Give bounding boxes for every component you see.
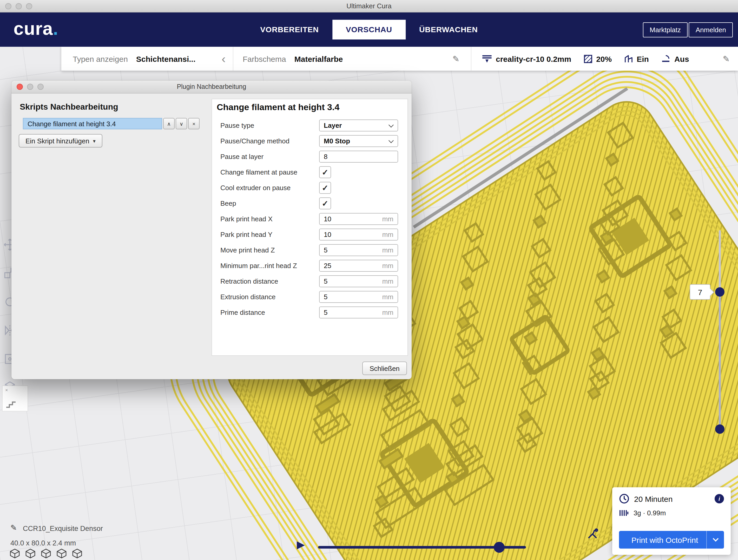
view-type-section[interactable]: Typen anzeigen Schichtenansi... ‹ <box>61 47 233 71</box>
layer-slider-top-handle[interactable] <box>715 287 724 297</box>
print-with-octoprint-button[interactable]: Print with OctoPrint <box>619 531 724 549</box>
change-filament-at-pause-checkbox[interactable]: ✓ <box>319 166 331 178</box>
retraction-distance-input[interactable]: 5mm <box>319 275 398 287</box>
setting-row-park-print-head-x: Park print head X10mm <box>212 211 407 227</box>
add-script-button[interactable]: Ein Skript hinzufügen ▾ <box>19 134 102 147</box>
extrusion-distance-input[interactable]: 5mm <box>319 291 398 303</box>
minimum-par-rint-head-z-input[interactable]: 25mm <box>319 260 398 272</box>
pause-change-method-select[interactable]: M0 Stop <box>319 135 398 147</box>
layer-slider-range[interactable] <box>719 292 721 429</box>
selected-script-item[interactable]: Change filament at height 3.4 <box>23 118 162 129</box>
setting-row-pause-at-layer: Pause at layer8 <box>212 149 407 165</box>
edit-icon[interactable]: ✎ <box>723 54 730 64</box>
setting-label: Retraction distance <box>220 277 278 285</box>
window-titlebar[interactable]: Ultimaker Cura <box>0 0 738 12</box>
scripts-heading: Skripts Nachbearbeitung <box>20 102 118 112</box>
object-list-item-icon[interactable] <box>72 549 83 558</box>
post-processing-dialog: Plugin Nachbearbeitung Skripts Nachbearb… <box>11 80 412 379</box>
dialog-close-action-button[interactable]: Schließen <box>362 362 407 375</box>
play-button[interactable]: ▶ <box>297 538 305 551</box>
cool-extruder-on-pause-checkbox[interactable]: ✓ <box>319 182 331 194</box>
setting-label: Move print head Z <box>220 246 275 254</box>
marketplace-button[interactable]: Marktplatz <box>643 22 688 37</box>
dialog-titlebar[interactable]: Plugin Nachbearbeitung <box>11 80 412 93</box>
move-script-down-button[interactable]: ∨ <box>176 118 187 129</box>
material-usage: 3g · 0.99m <box>634 509 666 517</box>
beep-checkbox[interactable]: ✓ <box>319 197 331 209</box>
unit-label: mm <box>382 231 393 238</box>
chevron-down-icon <box>388 122 394 127</box>
setting-label: Pause/Change method <box>220 137 290 145</box>
print-settings-section[interactable]: creality-cr-10 0.2mm 20% Ein Aus ✎ <box>471 47 738 71</box>
edit-model-name-icon[interactable]: ✎ <box>10 523 17 532</box>
move-script-up-button[interactable]: ∧ <box>163 118 174 129</box>
script-settings-heading: Change filament at height 3.4 <box>217 102 339 113</box>
adhesion-setting[interactable]: Aus <box>661 54 689 63</box>
view-type-label: Typen anzeigen <box>73 54 128 63</box>
support-setting[interactable]: Ein <box>624 54 649 63</box>
minimize-window-button[interactable] <box>16 3 22 9</box>
tools-icon[interactable] <box>587 528 599 542</box>
stairs-icon <box>5 400 17 408</box>
stage-tabs: VORBEREITENVORSCHAUÜBERWACHEN <box>247 20 491 39</box>
info-icon[interactable]: i <box>715 494 724 503</box>
tab-vorbereiten[interactable]: VORBEREITEN <box>247 20 332 39</box>
material-icon <box>619 509 628 517</box>
prime-distance-input[interactable]: 5mm <box>319 307 398 319</box>
setting-row-move-print-head-z: Move print head Z5mm <box>212 242 407 258</box>
setting-label: Minimum par...rint head Z <box>220 262 297 269</box>
printer-profile[interactable]: creality-cr-10 0.2mm <box>482 54 571 63</box>
cura-app-window: × 7 ▶ ✎ CCR10_Exquisite Densor 40.0 x 80… <box>0 0 738 560</box>
view-settings-toolbar: Typen anzeigen Schichtenansi... ‹ Farbsc… <box>61 47 738 71</box>
close-window-button[interactable] <box>5 3 11 9</box>
setting-row-prime-distance: Prime distance5mm <box>212 305 407 321</box>
close-icon: × <box>5 388 8 393</box>
print-info-card: 20 Minuten i 3g · 0.99m Print with OctoP… <box>612 487 731 555</box>
setting-label: Prime distance <box>220 309 265 317</box>
pause-at-layer-input[interactable]: 8 <box>319 151 398 163</box>
setting-label: Pause type <box>220 121 254 129</box>
object-list-item-icon[interactable] <box>41 549 51 558</box>
layer-slider-bottom-handle[interactable] <box>715 424 724 434</box>
park-print-head-x-input[interactable]: 10mm <box>319 213 398 225</box>
tab-vorschau[interactable]: VORSCHAU <box>332 20 406 39</box>
window-title: Ultimaker Cura <box>346 2 391 10</box>
edit-icon[interactable]: ✎ <box>452 54 459 64</box>
color-scheme-value[interactable]: Materialfarbe <box>294 54 343 63</box>
object-list-item-icon[interactable] <box>9 549 20 558</box>
pause-type-select[interactable]: Layer <box>319 119 398 131</box>
infill-setting[interactable]: 20% <box>584 54 612 63</box>
remove-script-button[interactable]: × <box>188 118 200 129</box>
unit-label: mm <box>382 246 393 254</box>
nozzle-icon <box>482 54 492 63</box>
setting-label: Pause at layer <box>220 153 264 160</box>
collapse-icon[interactable]: ‹ <box>222 53 226 64</box>
layer-number-flag: 7 <box>690 284 710 300</box>
park-print-head-y-input[interactable]: 10mm <box>319 228 398 240</box>
dialog-title: Plugin Nachbearbeitung <box>177 83 246 90</box>
print-button-label: Print with OctoPrint <box>632 535 698 544</box>
setting-row-cool-extruder-on-pause: Cool extruder on pause✓ <box>212 180 407 196</box>
dialog-minimize-button[interactable] <box>27 84 33 90</box>
dialog-zoom-button[interactable] <box>37 84 44 90</box>
color-scheme-section[interactable]: Farbschema Materialfarbe ✎ <box>233 47 471 71</box>
main-header: cura. VORBEREITENVORSCHAUÜBERWACHEN Mark… <box>0 12 738 47</box>
sign-in-button[interactable]: Anmelden <box>689 22 733 37</box>
tab-überwachen[interactable]: ÜBERWACHEN <box>406 20 491 39</box>
move-print-head-z-input[interactable]: 5mm <box>319 244 398 256</box>
object-list <box>9 549 83 558</box>
zoom-window-button[interactable] <box>26 3 32 9</box>
object-list-item-icon[interactable] <box>56 549 67 558</box>
object-list-item-icon[interactable] <box>25 549 36 558</box>
unit-label: mm <box>382 262 393 269</box>
dialog-close-button[interactable] <box>17 84 23 90</box>
print-options-dropdown[interactable] <box>706 531 724 549</box>
left-panel-box[interactable]: × <box>2 386 28 412</box>
model-name: CCR10_Exquisite Densor <box>23 525 103 532</box>
adhesion-icon <box>661 55 671 63</box>
layer-number: 7 <box>698 288 702 297</box>
color-scheme-label: Farbschema <box>243 54 286 63</box>
view-type-value[interactable]: Schichtenansi... <box>136 54 196 63</box>
script-settings-panel: Change filament at height 3.4 Pause type… <box>212 99 408 356</box>
timeline-handle[interactable] <box>494 542 505 553</box>
